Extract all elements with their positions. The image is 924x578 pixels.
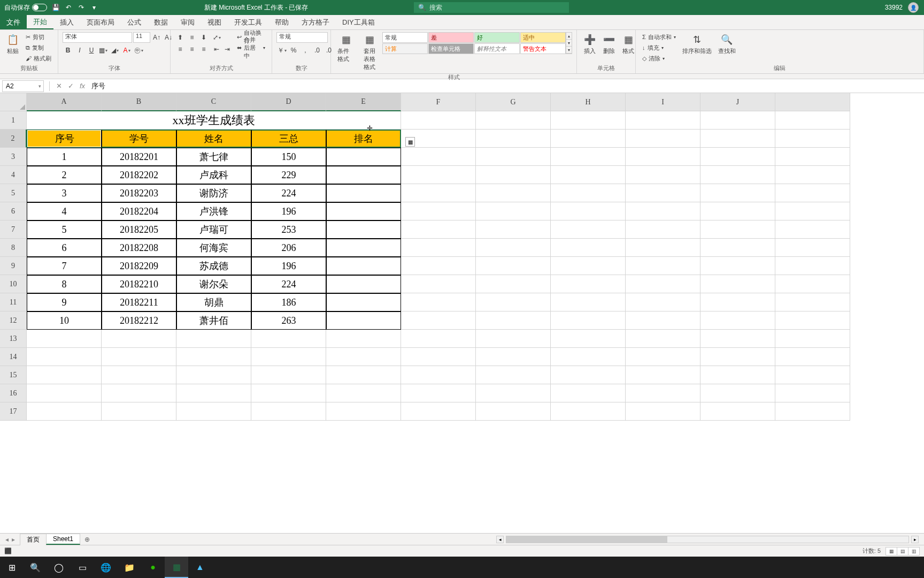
hscroll-left-icon[interactable]: ◂ (496, 536, 504, 543)
cell-header-2[interactable]: 姓名 (176, 130, 251, 148)
cell[interactable] (476, 148, 551, 166)
cell-r6-c2[interactable]: 卢洪锋 (176, 202, 251, 220)
clear-button[interactable]: ◇清除▾ (640, 54, 678, 63)
decrease-indent-icon[interactable]: ⇤ (211, 44, 222, 55)
cell[interactable] (775, 202, 850, 220)
row-head-11[interactable]: 11 (0, 293, 27, 311)
cell[interactable] (775, 220, 850, 239)
cell-r11-c0[interactable]: 9 (27, 293, 102, 311)
cell[interactable] (626, 239, 700, 257)
row-head-12[interactable]: 12 (0, 311, 27, 330)
tab-fangfang[interactable]: 方方格子 (295, 15, 336, 29)
increase-decimal-icon[interactable]: .0 (312, 45, 322, 56)
cell[interactable] (476, 402, 551, 421)
cell[interactable] (626, 148, 700, 166)
delete-cells-button[interactable]: ➖删除 (600, 32, 618, 56)
bold-button[interactable]: B (63, 45, 73, 56)
cell[interactable] (775, 275, 850, 293)
copy-button[interactable]: ⧉复制 (24, 43, 53, 52)
cell[interactable] (775, 130, 850, 148)
col-head-b[interactable]: B (102, 93, 176, 111)
cell[interactable] (700, 257, 775, 275)
cell[interactable] (551, 366, 626, 384)
taskview-icon[interactable]: ▭ (71, 557, 94, 578)
redo-icon[interactable]: ↷ (77, 3, 86, 12)
cell[interactable] (176, 402, 251, 421)
cell[interactable] (401, 275, 476, 293)
cell-r4-c0[interactable]: 2 (27, 166, 102, 184)
cell[interactable] (326, 402, 401, 421)
cell[interactable] (476, 257, 551, 275)
sheet-tab-sheet1[interactable]: Sheet1 (46, 534, 80, 545)
col-head-f[interactable]: F (401, 93, 476, 111)
cell[interactable] (775, 330, 850, 348)
col-head-a[interactable]: A (27, 93, 102, 111)
user-avatar-icon[interactable]: 👤 (908, 2, 919, 13)
percent-icon[interactable]: % (288, 45, 299, 56)
cell[interactable] (775, 402, 850, 421)
hscroll-right-icon[interactable]: ▸ (911, 536, 919, 543)
undo-icon[interactable]: ↶ (64, 3, 73, 12)
cell[interactable] (626, 184, 700, 202)
cell[interactable] (626, 366, 700, 384)
cell[interactable] (326, 366, 401, 384)
cancel-formula-icon[interactable]: ✕ (53, 82, 65, 90)
cell[interactable] (775, 384, 850, 402)
format-as-table-button[interactable]: ▦ 套用 表格格式 (359, 32, 380, 72)
insert-function-icon[interactable]: fx (76, 82, 88, 90)
cell-r5-c1[interactable]: 20182203 (102, 184, 176, 202)
paste-button[interactable]: 📋 粘贴 (4, 32, 21, 56)
cell-r10-c1[interactable]: 20182210 (102, 275, 176, 293)
cell[interactable] (27, 366, 102, 384)
cell[interactable] (551, 330, 626, 348)
row-head-16[interactable]: 16 (0, 384, 27, 402)
cell[interactable] (476, 330, 551, 348)
cell[interactable] (700, 130, 775, 148)
hscroll-thumb[interactable] (506, 536, 667, 543)
cell-r7-c4[interactable] (326, 220, 401, 239)
cell-r5-c2[interactable]: 谢防济 (176, 184, 251, 202)
cell[interactable] (551, 220, 626, 239)
cell[interactable] (476, 111, 551, 130)
cell[interactable] (401, 366, 476, 384)
cell[interactable] (27, 402, 102, 421)
col-head-i[interactable]: I (626, 93, 700, 111)
cortana-icon[interactable]: ◯ (47, 557, 71, 578)
cell[interactable] (700, 184, 775, 202)
style-neutral[interactable]: 适中 (520, 32, 566, 43)
cell[interactable] (700, 402, 775, 421)
cell-r12-c0[interactable]: 10 (27, 311, 102, 330)
cell[interactable] (551, 257, 626, 275)
formula-input[interactable]: 序号 (88, 81, 924, 91)
align-center-icon[interactable]: ≡ (187, 44, 197, 55)
col-head-d[interactable]: D (251, 93, 326, 111)
row-head-9[interactable]: 9 (0, 257, 27, 275)
cell-r10-c2[interactable]: 谢尔朵 (176, 275, 251, 293)
other-app-icon[interactable]: ▲ (188, 557, 212, 578)
cell[interactable] (626, 166, 700, 184)
cell[interactable] (27, 330, 102, 348)
style-good[interactable]: 好 (474, 32, 520, 43)
col-head-g[interactable]: G (476, 93, 551, 111)
cell-r10-c3[interactable]: 224 (251, 275, 326, 293)
cell-r6-c3[interactable]: 196 (251, 202, 326, 220)
cell-r6-c0[interactable]: 4 (27, 202, 102, 220)
cell-r8-c2[interactable]: 何海宾 (176, 239, 251, 257)
cell-r3-c0[interactable]: 1 (27, 148, 102, 166)
cell[interactable] (551, 384, 626, 402)
cell[interactable] (700, 220, 775, 239)
cell[interactable] (700, 293, 775, 311)
cell[interactable] (551, 311, 626, 330)
cell[interactable] (401, 184, 476, 202)
cell[interactable] (251, 384, 326, 402)
cell[interactable] (700, 348, 775, 366)
cell[interactable] (176, 348, 251, 366)
cell-r11-c2[interactable]: 胡鼎 (176, 293, 251, 311)
cell[interactable] (700, 311, 775, 330)
increase-indent-icon[interactable]: ⇥ (222, 44, 233, 55)
border-button[interactable]: ▦ (98, 45, 109, 56)
font-size-select[interactable]: 11 (133, 32, 150, 43)
start-button[interactable]: ⊞ (0, 557, 24, 578)
cell[interactable] (626, 384, 700, 402)
cell[interactable] (326, 384, 401, 402)
